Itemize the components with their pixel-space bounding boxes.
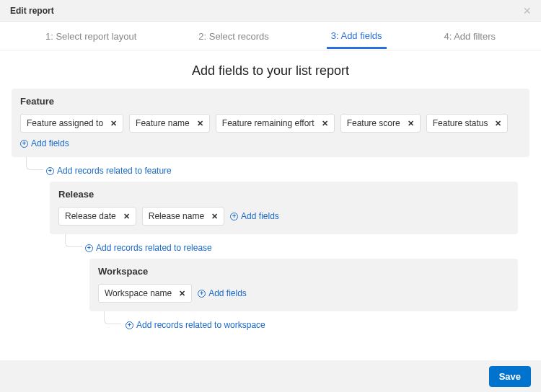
step-tabs: 1: Select report layout 2: Select record…	[0, 22, 541, 50]
dialog-footer: Save	[0, 360, 541, 392]
remove-icon[interactable]: ✕	[211, 212, 218, 221]
field-chip[interactable]: Feature assigned to ✕	[20, 114, 123, 133]
chip-label: Feature status	[433, 118, 488, 128]
add-related-release[interactable]: + Add records related to release	[85, 243, 212, 253]
tab-add-fields[interactable]: 3: Add fields	[327, 23, 387, 49]
feature-section: Feature Feature assigned to ✕ Feature na…	[12, 89, 529, 157]
field-chip[interactable]: Feature name ✕	[129, 114, 210, 133]
field-chip[interactable]: Release name ✕	[142, 207, 224, 226]
dialog-title: Edit report	[10, 6, 54, 16]
field-chip[interactable]: Feature score ✕	[340, 114, 421, 133]
remove-icon[interactable]: ✕	[110, 119, 117, 128]
add-fields-label: Add fields	[208, 288, 247, 298]
tab-add-filters[interactable]: 4: Add filters	[439, 24, 500, 48]
tab-select-layout[interactable]: 1: Select report layout	[41, 24, 141, 48]
add-fields-label: Add fields	[241, 211, 279, 221]
plus-circle-icon: +	[230, 213, 238, 220]
add-fields-feature[interactable]: + Add fields	[20, 138, 69, 148]
plus-circle-icon: +	[198, 290, 206, 298]
close-icon[interactable]: ×	[523, 4, 531, 17]
chip-label: Release name	[149, 211, 204, 221]
chip-label: Feature name	[136, 118, 190, 128]
chip-label: Workspace name	[105, 288, 172, 298]
chip-label: Release date	[65, 211, 116, 221]
plus-circle-icon: +	[20, 140, 28, 148]
field-chip[interactable]: Workspace name ✕	[98, 284, 192, 303]
remove-icon[interactable]: ✕	[408, 119, 414, 128]
remove-icon[interactable]: ✕	[322, 119, 328, 128]
workspace-title: Workspace	[98, 266, 509, 277]
related-label: Add records related to release	[96, 243, 212, 253]
release-title: Release	[58, 189, 509, 200]
add-fields-label: Add fields	[31, 138, 69, 148]
plus-circle-icon: +	[126, 321, 133, 329]
feature-title: Feature	[20, 96, 521, 107]
add-related-feature[interactable]: + Add records related to feature	[46, 166, 172, 176]
add-fields-release[interactable]: + Add fields	[230, 211, 279, 221]
add-fields-workspace[interactable]: + Add fields	[198, 288, 247, 298]
field-chip[interactable]: Release date ✕	[58, 207, 136, 226]
workspace-section: Workspace Workspace name ✕ + Add fields	[89, 259, 518, 311]
remove-icon[interactable]: ✕	[197, 119, 203, 128]
related-label: Add records related to feature	[57, 166, 172, 176]
remove-icon[interactable]: ✕	[495, 119, 501, 128]
plus-circle-icon: +	[46, 167, 54, 175]
remove-icon[interactable]: ✕	[123, 212, 130, 221]
save-button[interactable]: Save	[489, 366, 531, 387]
field-chip[interactable]: Feature remaining effort ✕	[216, 114, 335, 133]
remove-icon[interactable]: ✕	[179, 289, 185, 298]
page-title: Add fields to your list report	[0, 63, 541, 79]
dialog-header: Edit report ×	[0, 0, 541, 22]
chip-label: Feature score	[347, 118, 400, 128]
related-label: Add records related to workspace	[136, 320, 265, 330]
chip-label: Feature remaining effort	[222, 118, 315, 128]
plus-circle-icon: +	[85, 244, 93, 252]
field-chip[interactable]: Feature status ✕	[426, 114, 509, 133]
release-section: Release Release date ✕ Release name ✕ + …	[50, 182, 518, 234]
chip-label: Feature assigned to	[27, 118, 103, 128]
add-related-workspace[interactable]: + Add records related to workspace	[126, 320, 265, 330]
tab-select-records[interactable]: 2: Select records	[194, 24, 273, 48]
